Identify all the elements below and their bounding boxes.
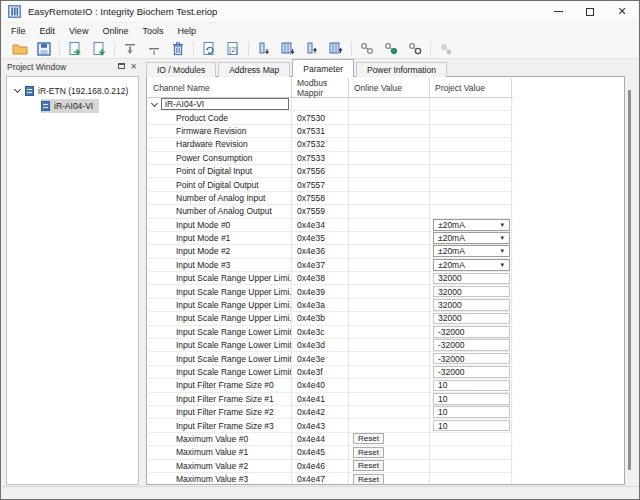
col-header-channel-name[interactable]: Channel Name bbox=[148, 78, 292, 97]
menu-view[interactable]: View bbox=[62, 25, 95, 37]
save-button[interactable] bbox=[32, 39, 56, 58]
menu-help[interactable]: Help bbox=[170, 25, 203, 37]
menu-edit[interactable]: Edit bbox=[33, 25, 63, 37]
tab-power-information[interactable]: Power Information bbox=[356, 62, 447, 77]
col-header-project-value[interactable]: Project Value bbox=[430, 78, 512, 97]
upload-all-params-button[interactable] bbox=[324, 39, 348, 58]
project-value-dropdown[interactable]: ±20mA▾ bbox=[433, 219, 510, 231]
table-row[interactable]: Input Scale Range Lower Limit... 0x4e3d … bbox=[148, 339, 513, 352]
float-panel-icon[interactable] bbox=[118, 63, 125, 71]
tab-io-modules[interactable]: IO / Modules bbox=[146, 62, 216, 77]
table-row[interactable]: Number of Analog Input 0x7558 bbox=[148, 192, 513, 205]
modbus-mapping-cell: 0x4e3e bbox=[292, 352, 349, 364]
upload-button[interactable] bbox=[118, 39, 142, 58]
table-row[interactable]: Input Scale Range Lower Limit... 0x4e3e … bbox=[148, 352, 513, 365]
table-row[interactable]: Input Scale Range Lower Limit... 0x4e3c … bbox=[148, 326, 513, 339]
modbus-mapping-cell: 0x7557 bbox=[292, 178, 349, 190]
project-value-field[interactable]: -32000 bbox=[433, 366, 510, 378]
table-row[interactable]: Firmware Revision 0x7531 bbox=[148, 125, 513, 138]
selected-tree-item[interactable]: iR-AI04-VI bbox=[41, 99, 99, 113]
maximize-button[interactable] bbox=[574, 1, 606, 22]
table-row[interactable]: Input Filter Frame Size #3 0x4e43 10 bbox=[148, 419, 513, 432]
upload-param-button[interactable] bbox=[300, 39, 324, 58]
chevron-down-icon[interactable] bbox=[151, 100, 158, 107]
reset-button[interactable]: Reset bbox=[353, 460, 384, 471]
table-row[interactable]: Point of Digital Input 0x7556 bbox=[148, 165, 513, 178]
disconnect-button[interactable] bbox=[355, 39, 379, 58]
download-param-icon bbox=[256, 41, 272, 57]
project-value-field[interactable]: -32000 bbox=[433, 339, 510, 351]
download-param-button[interactable] bbox=[252, 39, 276, 58]
table-row[interactable]: Input Scale Range Upper Limi... 0x4e38 3… bbox=[148, 272, 513, 285]
table-row[interactable]: Input Scale Range Upper Limi... 0x4e39 3… bbox=[148, 285, 513, 298]
module-name-editbox[interactable]: iR-AI04-VI bbox=[161, 98, 289, 110]
table-row[interactable]: Input Mode #2 0x4e36 ±20mA▾ bbox=[148, 245, 513, 258]
table-row[interactable]: Input Mode #1 0x4e35 ±20mA▾ bbox=[148, 232, 513, 245]
close-button[interactable]: ✕ bbox=[606, 1, 638, 22]
table-row[interactable]: Input Filter Frame Size #2 0x4e42 10 bbox=[148, 406, 513, 419]
module-row[interactable]: iR-AI04-VI bbox=[148, 98, 513, 111]
reset-button[interactable]: Reset bbox=[353, 433, 384, 444]
table-row[interactable]: Maximum Value #2 0x4e46 Reset bbox=[148, 460, 513, 473]
chevron-down-icon[interactable] bbox=[14, 86, 21, 93]
col-header-modbus-mapping[interactable]: Modbus Mappir bbox=[292, 78, 349, 97]
reset-button[interactable]: Reset bbox=[353, 447, 384, 458]
table-row[interactable]: Input Filter Frame Size #1 0x4e41 10 bbox=[148, 393, 513, 406]
project-value-dropdown[interactable]: ±20mA▾ bbox=[433, 259, 510, 271]
table-row[interactable]: Number of Analog Output 0x7559 bbox=[148, 205, 513, 218]
project-value-dropdown[interactable]: ±20mA▾ bbox=[433, 245, 510, 257]
connect-new-button[interactable] bbox=[403, 39, 427, 58]
download-all-params-button[interactable] bbox=[276, 39, 300, 58]
tab-address-map[interactable]: Address Map bbox=[218, 62, 290, 77]
download-button[interactable] bbox=[142, 39, 166, 58]
import-button[interactable] bbox=[63, 39, 87, 58]
table-row[interactable]: Maximum Value #1 0x4e45 Reset bbox=[148, 446, 513, 459]
tab-parameter[interactable]: Parameter bbox=[292, 59, 354, 77]
menu-file[interactable]: File bbox=[4, 25, 33, 37]
table-row[interactable]: Input Scale Range Upper Limi... 0x4e3b 3… bbox=[148, 312, 513, 325]
project-value-dropdown[interactable]: ±20mA▾ bbox=[433, 232, 510, 244]
project-value-field[interactable]: 10 bbox=[433, 393, 510, 405]
window-title: EasyRemoteIO : Integrity Biochem Test.er… bbox=[28, 6, 542, 17]
menu-online[interactable]: Online bbox=[95, 25, 135, 37]
download-icon bbox=[146, 41, 162, 57]
project-value-field[interactable]: 32000 bbox=[433, 286, 510, 298]
export-button[interactable] bbox=[87, 39, 111, 58]
open-button[interactable] bbox=[8, 39, 32, 58]
reset-button[interactable]: Reset bbox=[353, 474, 384, 485]
table-row[interactable]: Product Code 0x7530 bbox=[148, 111, 513, 124]
title-bar: EasyRemoteIO : Integrity Biochem Test.er… bbox=[2, 1, 638, 23]
project-value-field[interactable]: 10 bbox=[433, 420, 510, 432]
project-value-field[interactable]: -32000 bbox=[433, 353, 510, 365]
table-row[interactable]: Input Filter Frame Size #0 0x4e40 10 bbox=[148, 379, 513, 392]
table-row[interactable]: Input Scale Range Lower Limit... 0x4e3f … bbox=[148, 366, 513, 379]
table-row[interactable]: Input Mode #3 0x4e37 ±20mA▾ bbox=[148, 259, 513, 272]
table-row[interactable]: Power Consumption 0x7533 bbox=[148, 152, 513, 165]
project-value-field[interactable]: 10 bbox=[433, 406, 510, 418]
project-value-field[interactable]: 32000 bbox=[433, 273, 510, 285]
vertical-scrollbar[interactable] bbox=[627, 76, 632, 485]
table-row[interactable]: Input Scale Range Upper Limi... 0x4e3a 3… bbox=[148, 299, 513, 312]
table-row[interactable]: Point of Digital Output 0x7557 bbox=[148, 178, 513, 191]
table-row[interactable]: Hardware Revision 0x7532 bbox=[148, 138, 513, 151]
table-row[interactable]: Maximum Value #0 0x4e44 Reset bbox=[148, 433, 513, 446]
compare-button[interactable]: [2] bbox=[221, 39, 245, 58]
connect-button[interactable] bbox=[379, 39, 403, 58]
table-row[interactable]: Input Mode #0 0x4e34 ±20mA▾ bbox=[148, 219, 513, 232]
close-panel-icon[interactable]: ✕ bbox=[130, 63, 137, 71]
project-value-field[interactable]: 32000 bbox=[433, 313, 510, 325]
menu-tools[interactable]: Tools bbox=[135, 25, 170, 37]
tree-node-ir-ai04[interactable]: iR-AI04-VI bbox=[7, 98, 138, 113]
channel-name-cell: Input Filter Frame Size #1 bbox=[148, 393, 292, 405]
table-row[interactable]: Maximum Value #3 0x4e47 Reset bbox=[148, 473, 513, 485]
report-button[interactable] bbox=[197, 39, 221, 58]
scrollbar-thumb[interactable] bbox=[628, 90, 631, 470]
delete-button[interactable] bbox=[166, 39, 190, 58]
minimize-button[interactable] bbox=[542, 1, 574, 22]
tree-node-ir-etn[interactable]: iR-ETN (192.168.0.212) bbox=[7, 83, 138, 98]
col-header-online-value[interactable]: Online Value bbox=[349, 78, 430, 97]
project-value-field[interactable]: 32000 bbox=[433, 299, 510, 311]
modbus-mapping-cell: 0x4e41 bbox=[292, 393, 349, 405]
project-value-field[interactable]: -32000 bbox=[433, 326, 510, 338]
project-value-field[interactable]: 10 bbox=[433, 380, 510, 392]
